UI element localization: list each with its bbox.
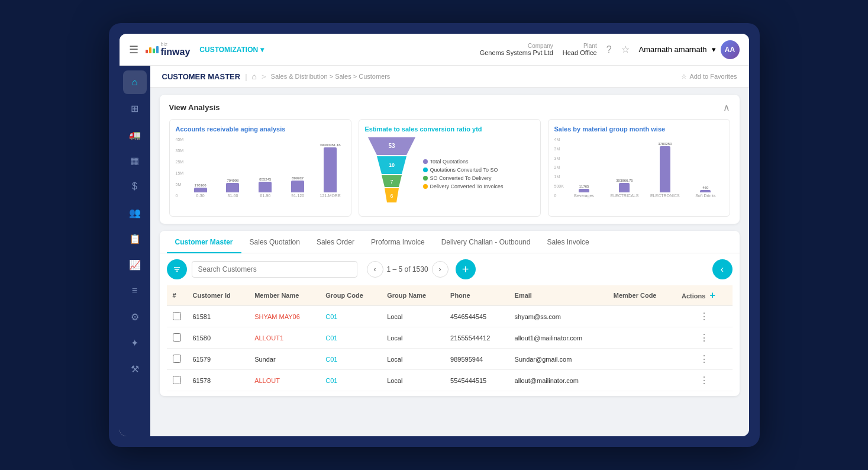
- legend-item-delivery-invoice: Delivery Converted To Invoices: [423, 184, 534, 189]
- sidebar-item-analytics[interactable]: 📈: [123, 253, 147, 276]
- star-empty-icon: ☆: [681, 73, 687, 81]
- cell-member-name[interactable]: ALLOUT: [249, 370, 320, 391]
- sidebar-item-dashboard[interactable]: ⊞: [123, 96, 147, 120]
- cell-email: Sundar@gmail.com: [509, 349, 608, 370]
- cell-member-name[interactable]: SHYAM MAY06: [249, 306, 320, 327]
- table-header-row: # Customer Id Member Name Group Code Gro…: [167, 285, 733, 306]
- hamburger-icon[interactable]: ☰: [129, 43, 138, 56]
- bar-value: 460: [702, 186, 708, 189]
- actions-header-label: Actions: [682, 292, 705, 300]
- breadcrumb-arrow1: >: [262, 72, 266, 81]
- cell-actions[interactable]: ⋮: [676, 370, 732, 391]
- nav-right: Company Genems Systems Pvt Ltd Plant Hea…: [480, 40, 740, 59]
- sidebar-item-wrench[interactable]: ⚒: [123, 357, 147, 381]
- tab-sales-invoice[interactable]: Sales Invoice: [538, 231, 597, 253]
- cell-actions[interactable]: ⋮: [676, 327, 732, 349]
- add-customer-button[interactable]: +: [456, 259, 476, 279]
- prev-page-button[interactable]: ‹: [367, 261, 383, 278]
- sidebar-item-pos[interactable]: ▦: [123, 149, 147, 172]
- chart1-title: Accounts receivable aging analysis: [176, 125, 345, 133]
- y-label: 500K: [554, 184, 564, 188]
- sidebar-item-finance[interactable]: $: [123, 175, 147, 198]
- filter-icon: [173, 265, 181, 273]
- bar-value: 170166: [195, 184, 206, 187]
- sidebar-item-reports[interactable]: 📋: [123, 227, 147, 250]
- bar-label: 31-60: [227, 194, 238, 198]
- collapse-button[interactable]: ∧: [723, 102, 730, 113]
- bar-value: 855245: [259, 178, 271, 181]
- logo-bars: [146, 46, 159, 53]
- cell-actions[interactable]: ⋮: [676, 349, 732, 370]
- cell-group-code[interactable]: C01: [320, 349, 381, 370]
- bar: [700, 190, 711, 192]
- chart2-title: Estimate to sales conversion ratio ytd: [365, 125, 534, 133]
- tab-customer-master[interactable]: Customer Master: [167, 231, 241, 253]
- bar-group: 3780250 ELECTRONICS: [647, 142, 683, 198]
- row-checkbox[interactable]: [173, 333, 181, 342]
- cell-member-name: Sundar: [249, 349, 320, 370]
- sidebar-item-settings[interactable]: ⚙: [123, 305, 147, 329]
- tab-delivery-challan[interactable]: Delivery Challan - Outbound: [433, 231, 539, 253]
- row-checkbox[interactable]: [173, 355, 181, 363]
- sidebar-item-delivery[interactable]: 🚛: [123, 123, 147, 146]
- bar-value: 794998: [227, 179, 238, 182]
- cell-member-code: [608, 370, 676, 391]
- filter-button[interactable]: [167, 259, 187, 279]
- col-group-code: Group Code: [320, 285, 381, 306]
- bar-label: Beverages: [574, 194, 593, 198]
- tablet-frame: ☰ biz finway CUSTOMIZATION ▾ C: [109, 23, 760, 447]
- cell-group-code[interactable]: C01: [320, 370, 381, 391]
- content: CUSTOMER MASTER | ⌂ > Sales & Distributi…: [150, 66, 749, 436]
- home-breadcrumb-icon[interactable]: ⌂: [252, 72, 257, 81]
- sidebar-item-hr[interactable]: 👥: [123, 201, 147, 224]
- y-label: 1M: [554, 175, 564, 179]
- bar-group: 460 Soft Drinks: [688, 186, 723, 198]
- bar: [324, 147, 337, 192]
- y-label: 2M: [554, 165, 564, 169]
- cell-check: [167, 327, 187, 349]
- next-page-button[interactable]: ›: [432, 261, 448, 278]
- y-label: 3M: [554, 147, 564, 151]
- chart-card-receivable: Accounts receivable aging analysis 45M 3…: [169, 119, 351, 217]
- table-row: 61578 ALLOUT C01 Local 5545444515 allout…: [167, 370, 733, 391]
- cell-group-code[interactable]: C01: [320, 306, 381, 327]
- cell-member-code: [608, 306, 676, 327]
- pagination: ‹ 1 – 5 of 1530 ›: [367, 261, 448, 278]
- search-input[interactable]: [192, 261, 357, 278]
- col-actions: Actions +: [676, 285, 732, 306]
- row-checkbox[interactable]: [173, 312, 181, 320]
- y-label: 0: [176, 194, 184, 198]
- sidebar-item-home[interactable]: ⌂: [123, 70, 147, 94]
- tab-sales-order[interactable]: Sales Order: [308, 231, 363, 253]
- cell-group-code[interactable]: C01: [320, 327, 381, 349]
- tab-sales-quotation[interactable]: Sales Quotation: [241, 231, 308, 253]
- add-column-button[interactable]: +: [709, 290, 715, 300]
- right-nav-button[interactable]: ‹: [712, 259, 733, 279]
- bar-label: ELECTRONICS: [650, 194, 680, 198]
- help-icon[interactable]: ?: [606, 44, 612, 55]
- add-favorites-button[interactable]: ☆ Add to Favorites: [681, 73, 737, 81]
- sidebar-item-tools[interactable]: ✦: [123, 331, 147, 355]
- cell-email: allout1@mailinator.com: [509, 327, 608, 349]
- row-checkbox[interactable]: [173, 376, 181, 384]
- company-label: Company: [480, 43, 553, 49]
- legend-dot: [423, 184, 428, 189]
- customization-button[interactable]: CUSTOMIZATION ▾: [199, 46, 264, 54]
- chart-card-material: Sales by material group month wise 4M 3M…: [548, 119, 730, 217]
- tabs-section: Customer Master Sales Quotation Sales Or…: [160, 231, 740, 396]
- cell-check: [167, 370, 187, 391]
- cell-actions[interactable]: ⋮: [676, 306, 732, 327]
- bar-label: Soft Drinks: [695, 194, 715, 198]
- bar-group: 794998 31-60: [218, 179, 247, 198]
- user-section[interactable]: Amarnath amarnath ▾ AA: [639, 40, 740, 59]
- bar: [226, 183, 239, 192]
- cell-member-name[interactable]: ALLOUT1: [249, 327, 320, 349]
- cell-group-name: Local: [381, 306, 444, 327]
- star-icon[interactable]: ☆: [621, 44, 630, 55]
- legend-dot: [423, 176, 428, 181]
- svg-text:53: 53: [388, 143, 395, 149]
- sidebar-item-list[interactable]: ≡: [123, 279, 147, 302]
- legend-label: Total Quotations: [430, 159, 469, 165]
- tab-proforma-invoice[interactable]: Proforma Invoice: [363, 231, 433, 253]
- cell-phone: 5545444515: [444, 370, 509, 391]
